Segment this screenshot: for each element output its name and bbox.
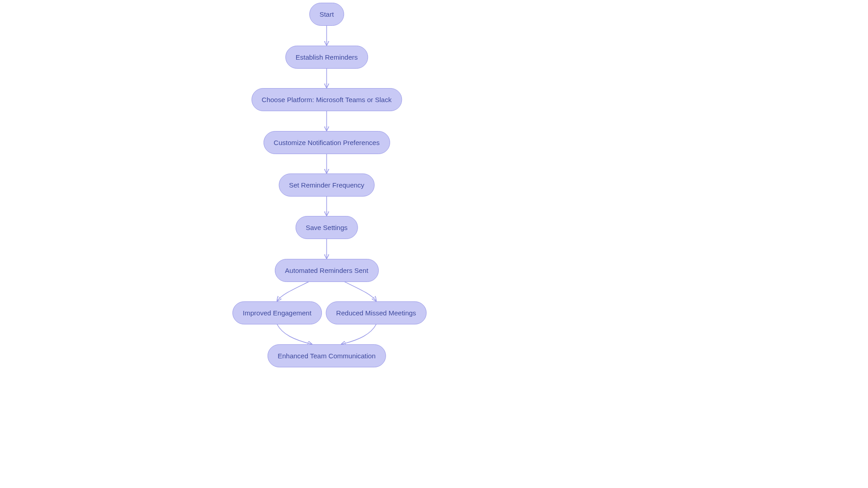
node-label: Customize Notification Preferences — [274, 139, 379, 146]
node-label: Enhanced Team Communication — [278, 352, 376, 360]
node-label: Set Reminder Frequency — [289, 181, 364, 189]
node-start[interactable]: Start — [309, 3, 344, 26]
flowchart-canvas: Start Establish Reminders Choose Platfor… — [0, 0, 868, 488]
node-label: Reduced Missed Meetings — [336, 309, 416, 317]
edge-engagement-to-enhanced — [277, 324, 312, 344]
node-engagement[interactable]: Improved Engagement — [232, 301, 322, 324]
node-label: Improved Engagement — [243, 309, 311, 317]
edge-layer — [0, 0, 868, 488]
node-save[interactable]: Save Settings — [295, 216, 358, 239]
node-customize[interactable]: Customize Notification Preferences — [263, 131, 390, 154]
node-establish[interactable]: Establish Reminders — [285, 46, 368, 69]
node-choose[interactable]: Choose Platform: Microsoft Teams or Slac… — [251, 88, 402, 111]
node-sent[interactable]: Automated Reminders Sent — [274, 259, 378, 282]
node-frequency[interactable]: Set Reminder Frequency — [278, 174, 375, 197]
node-label: Automated Reminders Sent — [285, 267, 368, 274]
node-label: Establish Reminders — [296, 53, 358, 61]
edge-sent-to-engagement — [277, 280, 312, 301]
edge-missed-to-enhanced — [341, 324, 376, 344]
node-label: Start — [320, 10, 334, 18]
node-enhanced[interactable]: Enhanced Team Communication — [267, 344, 386, 367]
edge-sent-to-missed — [341, 280, 376, 301]
node-label: Save Settings — [306, 224, 348, 231]
node-label: Choose Platform: Microsoft Teams or Slac… — [262, 96, 392, 103]
node-missed[interactable]: Reduced Missed Meetings — [326, 301, 427, 324]
